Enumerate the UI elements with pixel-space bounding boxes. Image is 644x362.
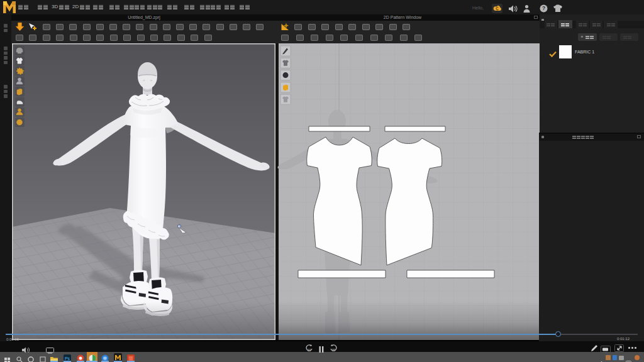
svg-text:?: ? <box>542 5 545 11</box>
svg-text:30: 30 <box>332 348 336 352</box>
svg-text:Ps: Ps <box>65 356 70 361</box>
svg-text:10: 10 <box>308 348 311 352</box>
